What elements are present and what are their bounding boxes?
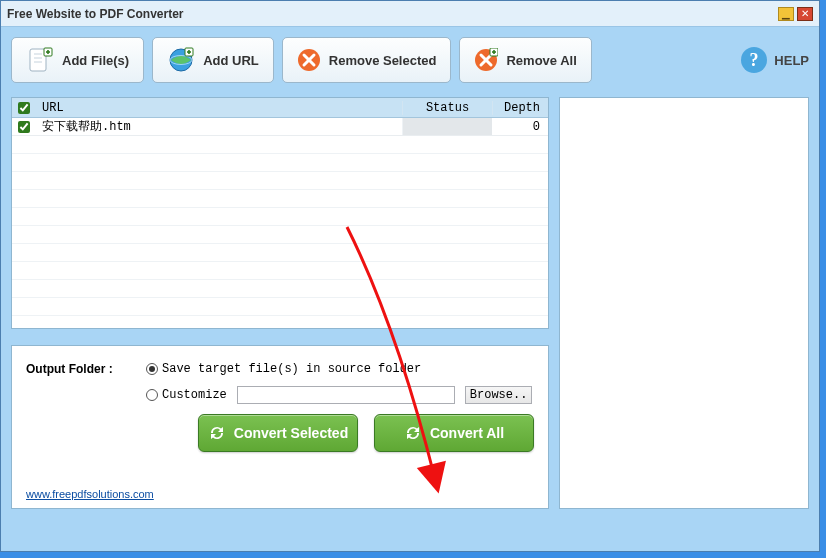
button-label: Remove All (506, 53, 576, 68)
button-label: Remove Selected (329, 53, 437, 68)
close-button[interactable]: ✕ (797, 7, 813, 21)
vendor-link[interactable]: www.freepdfsolutions.com (26, 488, 154, 500)
empty-rows (12, 136, 548, 316)
svg-text:?: ? (750, 50, 759, 70)
button-label: Add File(s) (62, 53, 129, 68)
radio-source-folder[interactable]: Save target file(s) in source folder (146, 362, 421, 376)
window-title: Free Website to PDF Converter (7, 7, 775, 21)
content-area: Add File(s) Add URL Remove Selected Remo… (1, 27, 819, 519)
grid-header: URL Status Depth (12, 98, 548, 118)
cell-url: 安下载帮助.htm (36, 118, 402, 135)
cell-depth: 0 (492, 120, 548, 134)
main-area: URL Status Depth 安下载帮助.htm 0 (11, 97, 809, 509)
remove-selected-button[interactable]: Remove Selected (282, 37, 452, 83)
add-url-button[interactable]: Add URL (152, 37, 274, 83)
cell-status (402, 118, 492, 135)
button-label: HELP (774, 53, 809, 68)
minimize-button[interactable]: ▁ (778, 7, 794, 21)
app-window: Free Website to PDF Converter ▁ ✕ Add Fi… (0, 0, 820, 552)
convert-selected-button[interactable]: Convert Selected (198, 414, 358, 452)
remove-icon (297, 48, 321, 72)
help-icon: ? (740, 46, 768, 74)
preview-panel (559, 97, 809, 509)
refresh-icon (404, 424, 422, 442)
titlebar: Free Website to PDF Converter ▁ ✕ (1, 1, 819, 27)
button-label: Convert Selected (234, 425, 348, 441)
header-depth[interactable]: Depth (492, 101, 548, 115)
row-checkbox[interactable] (18, 121, 30, 133)
file-grid: URL Status Depth 安下载帮助.htm 0 (11, 97, 549, 329)
button-label: Convert All (430, 425, 504, 441)
radio-customize[interactable]: Customize (146, 388, 227, 402)
globe-add-icon (167, 46, 195, 74)
remove-all-button[interactable]: Remove All (459, 37, 591, 83)
help-button[interactable]: ? HELP (740, 46, 809, 74)
browse-button[interactable]: Browse.. (465, 386, 533, 404)
toolbar: Add File(s) Add URL Remove Selected Remo… (11, 37, 809, 83)
header-status[interactable]: Status (402, 101, 492, 115)
left-column: URL Status Depth 安下载帮助.htm 0 (11, 97, 549, 509)
output-panel: Output Folder : Save target file(s) in s… (11, 345, 549, 509)
table-row[interactable]: 安下载帮助.htm 0 (12, 118, 548, 136)
convert-all-button[interactable]: Convert All (374, 414, 534, 452)
button-label: Add URL (203, 53, 259, 68)
select-all-checkbox[interactable] (18, 102, 30, 114)
file-add-icon (26, 46, 54, 74)
output-folder-label: Output Folder : (26, 362, 136, 376)
refresh-icon (208, 424, 226, 442)
grid-body: 安下载帮助.htm 0 (12, 118, 548, 328)
remove-all-icon (474, 48, 498, 72)
header-url[interactable]: URL (36, 101, 402, 115)
output-path-input[interactable] (237, 386, 455, 404)
add-files-button[interactable]: Add File(s) (11, 37, 144, 83)
